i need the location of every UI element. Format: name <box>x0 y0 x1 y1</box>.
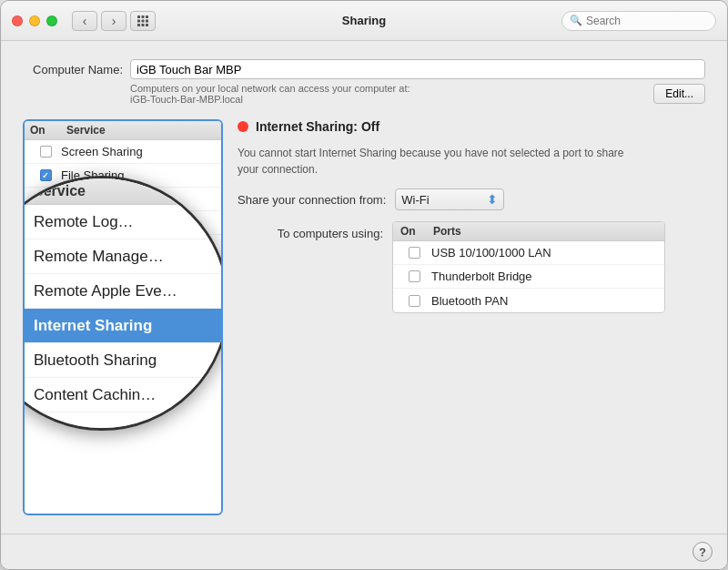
port-list-item[interactable]: Thunderbolt Bridge <box>393 265 664 289</box>
file-sharing-checkbox[interactable] <box>40 169 52 181</box>
titlebar: ‹ › Sharing 🔍 <box>1 1 727 41</box>
svg-rect-5 <box>146 19 148 22</box>
mag-bluetooth-label: Bluetooth Sharing <box>34 351 157 370</box>
remote-apple-events-checkbox[interactable] <box>40 240 52 252</box>
checkbox-area <box>400 270 431 282</box>
to-computers-label: To computers using: <box>238 221 383 240</box>
remote-apple-events-label: Remote Apple Eve… <box>61 239 171 253</box>
file-sharing-label: File Sharing <box>61 168 124 182</box>
computer-name-input[interactable] <box>130 59 705 79</box>
list-item[interactable]: Remote Apple Eve… <box>25 235 221 259</box>
bluetooth-sharing-label: Bluetooth Sharing <box>61 287 155 300</box>
nav-buttons: ‹ › <box>72 11 126 31</box>
search-bar[interactable]: 🔍 <box>561 11 716 31</box>
help-button[interactable]: ? <box>693 542 713 562</box>
search-input[interactable] <box>586 15 708 27</box>
port-list-item[interactable]: USB 10/100/1000 LAN <box>393 241 664 265</box>
checkbox-area <box>30 217 61 229</box>
service-list-header: On Service <box>25 121 221 140</box>
bluetooth-sharing-checkbox[interactable] <box>40 288 52 300</box>
window-title: Sharing <box>342 14 386 27</box>
checkbox-area <box>30 288 61 300</box>
svg-rect-4 <box>142 19 145 22</box>
forward-button[interactable]: › <box>101 11 126 31</box>
mag-content-caching-label: Content Cachin… <box>34 386 156 404</box>
screen-sharing-checkbox[interactable] <box>40 146 52 158</box>
svg-rect-0 <box>137 15 140 18</box>
list-item[interactable]: Screen Sharing <box>25 140 221 164</box>
remote-management-label: Remote Manage… <box>61 216 160 229</box>
checkbox-area <box>400 247 431 259</box>
back-button[interactable]: ‹ <box>72 11 97 31</box>
usb-lan-label: USB 10/100/1000 LAN <box>431 246 551 260</box>
ports-col-name: Ports <box>433 225 657 238</box>
internet-sharing-checkbox[interactable] <box>40 264 52 276</box>
traffic-lights <box>12 15 57 26</box>
ports-table: On Ports USB 10/100/1000 LAN <box>392 221 665 313</box>
checkbox-area <box>30 312 61 324</box>
computer-name-row: Computer Name: <box>23 59 705 79</box>
grid-button[interactable] <box>130 11 156 31</box>
list-item[interactable]: Remote Login <box>25 188 221 211</box>
checkbox-area <box>30 240 61 252</box>
ports-container: To computers using: On Ports USB 10/100/… <box>238 221 705 313</box>
checkbox-area <box>30 193 61 205</box>
service-list: On Service Screen Sharing File Sh <box>23 119 223 515</box>
checkbox-area <box>30 264 61 276</box>
local-address-text: Computers on your local network can acce… <box>130 83 642 105</box>
usb-lan-checkbox[interactable] <box>409 247 420 259</box>
col-service-header: Service <box>66 124 216 137</box>
svg-rect-6 <box>137 24 140 26</box>
list-item[interactable]: File Sharing <box>25 164 221 188</box>
list-item[interactable]: Internet Sharing <box>25 259 221 282</box>
dropdown-arrow-icon: ⬍ <box>487 192 498 207</box>
status-dot <box>238 121 248 132</box>
screen-sharing-label: Screen Sharing <box>61 145 143 158</box>
status-row: Internet Sharing: Off <box>238 119 705 134</box>
svg-rect-2 <box>146 15 148 18</box>
bluetooth-pan-checkbox[interactable] <box>409 295 420 307</box>
content-caching-label: Content Caching <box>61 311 149 325</box>
bottom-bar: ? <box>1 534 727 569</box>
remote-login-label: Remote Login <box>61 192 135 206</box>
right-panel: Internet Sharing: Off You cannot start I… <box>238 119 705 515</box>
col-on-header: On <box>30 124 66 137</box>
search-icon: 🔍 <box>570 15 582 26</box>
description-text: You cannot start Internet Sharing becaus… <box>238 145 638 178</box>
list-item[interactable]: Bluetooth Sharing <box>25 282 221 306</box>
status-text: Internet Sharing: Off <box>256 119 379 134</box>
checkbox-area <box>30 169 61 181</box>
share-from-label: Share your connection from: <box>238 193 386 207</box>
ports-table-header: On Ports <box>393 222 664 241</box>
local-address-row: Computers on your local network can acce… <box>130 83 705 105</box>
maximize-button[interactable] <box>46 15 57 26</box>
checkbox-area <box>30 146 61 158</box>
list-item[interactable]: Content Caching <box>25 306 221 330</box>
thunderbolt-checkbox[interactable] <box>409 270 420 282</box>
edit-button[interactable]: Edit... <box>653 84 705 104</box>
computer-name-section: Computer Name: Computers on your local n… <box>23 59 705 105</box>
close-button[interactable] <box>12 15 23 26</box>
list-item[interactable]: Remote Manage… <box>25 211 221 235</box>
mag-list-item: Content Cachin… <box>23 378 223 412</box>
remote-management-checkbox[interactable] <box>40 217 52 229</box>
mag-list-item: Bluetooth Sharing <box>23 343 223 378</box>
internet-sharing-label: Internet Sharing <box>61 263 146 277</box>
content-caching-checkbox[interactable] <box>40 312 52 324</box>
bluetooth-pan-label: Bluetooth PAN <box>431 294 508 308</box>
computer-name-label: Computer Name: <box>23 63 123 76</box>
checkbox-area <box>400 295 431 307</box>
mag-checkbox-area <box>23 352 34 369</box>
content-area: Computer Name: Computers on your local n… <box>1 41 727 534</box>
minimize-button[interactable] <box>29 15 40 26</box>
mag-checkbox-area <box>23 387 34 403</box>
port-list-item[interactable]: Bluetooth PAN <box>393 289 664 312</box>
remote-login-checkbox[interactable] <box>40 193 52 205</box>
share-connection-row: Share your connection from: Wi-Fi ⬍ <box>238 188 705 210</box>
share-from-value: Wi-Fi <box>401 193 481 207</box>
share-from-dropdown[interactable]: Wi-Fi ⬍ <box>395 188 504 210</box>
svg-rect-7 <box>142 24 145 26</box>
svg-rect-8 <box>146 24 148 26</box>
service-items: Screen Sharing File Sharing Remote Login <box>25 140 221 330</box>
ports-col-on: On <box>400 225 433 238</box>
